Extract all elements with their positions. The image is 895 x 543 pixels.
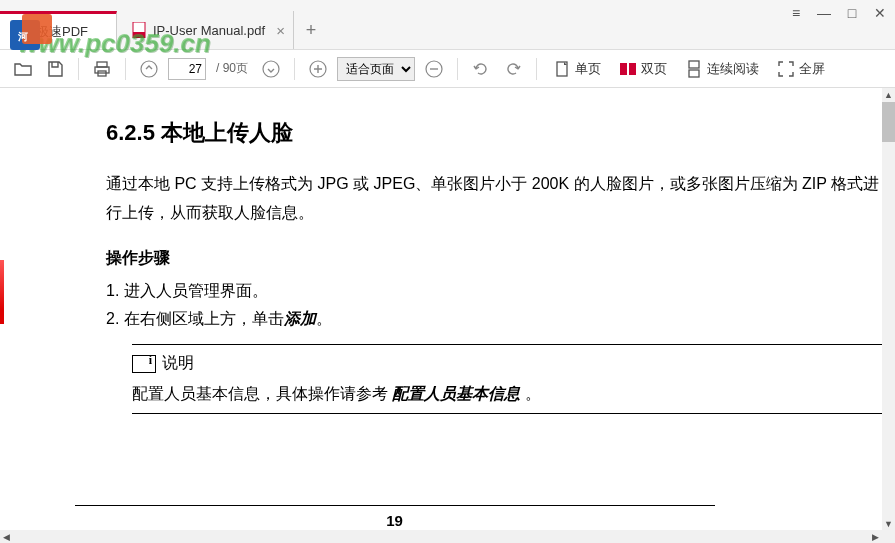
svg-rect-17 [689,61,699,68]
section-heading: 6.2.5 本地上传人脸 [106,118,895,148]
svg-point-10 [141,61,157,77]
app-tab[interactable]: P 极速PDF [0,11,117,49]
double-page-button[interactable]: 双页 [613,60,673,78]
single-page-icon [553,60,571,78]
zoom-out-button[interactable] [421,56,447,82]
paragraph-text: 通过本地 PC 支持上传格式为 JPG 或 JPEG、单张图片小于 200K 的… [106,170,895,228]
document-viewport: 6.2.5 本地上传人脸 通过本地 PC 支持上传格式为 JPG 或 JPEG、… [0,88,895,530]
file-tab-label: IP-User Manual.pdf [153,23,265,38]
note-label: 说明 [162,353,194,374]
svg-rect-15 [620,63,627,75]
app-icon: P [14,24,30,40]
page-footer: 19 [0,505,895,530]
new-tab-button[interactable]: + [294,11,328,49]
continuous-icon [685,60,703,78]
scroll-right-icon[interactable]: ▶ [869,530,882,543]
print-button[interactable] [89,56,115,82]
file-tab[interactable]: IP-User Manual.pdf × [117,11,294,49]
note-icon [132,355,156,373]
note-text: 配置人员基本信息，具体操作请参考 配置人员基本信息 。 [132,384,895,405]
redo-button[interactable] [500,56,526,82]
menu-icon[interactable]: ≡ [789,6,803,20]
app-tab-label: 极速PDF [36,23,88,41]
single-page-button[interactable]: 单页 [547,60,607,78]
side-marker-handle[interactable] [0,310,4,324]
svg-point-11 [263,61,279,77]
scrollbar-thumb[interactable] [882,102,895,142]
svg-rect-7 [97,62,107,67]
svg-text:P: P [17,28,22,37]
open-file-button[interactable] [10,56,36,82]
prev-page-button[interactable] [136,56,162,82]
horizontal-scrollbar[interactable]: ◀ ▶ [0,530,882,543]
next-page-button[interactable] [258,56,284,82]
scroll-up-icon[interactable]: ▲ [882,88,895,101]
svg-rect-8 [95,67,109,73]
toolbar: / 90页 适合页面 单页 双页 连续阅读 全屏 [0,50,895,88]
step-item: 2. 在右侧区域上方，单击添加。 [106,305,895,334]
minimize-icon[interactable]: — [817,6,831,20]
tab-close-icon[interactable]: × [276,22,285,39]
close-icon[interactable]: ✕ [873,6,887,20]
page-number-input[interactable] [168,58,206,80]
svg-rect-18 [689,70,699,77]
page-total-label: / 90页 [216,60,248,77]
save-button[interactable] [42,56,68,82]
maximize-icon[interactable]: □ [845,6,859,20]
note-box: 说明 配置人员基本信息，具体操作请参考 配置人员基本信息 。 [132,344,895,414]
vertical-scrollbar[interactable]: ▲ ▼ [882,88,895,543]
fullscreen-button[interactable]: 全屏 [771,60,831,78]
steps-title: 操作步骤 [106,248,895,269]
zoom-select[interactable]: 适合页面 [337,57,415,81]
svg-rect-16 [629,63,636,75]
scroll-down-icon[interactable]: ▼ [882,517,895,530]
fullscreen-icon [777,60,795,78]
zoom-in-button[interactable] [305,56,331,82]
pdf-page: 6.2.5 本地上传人脸 通过本地 PC 支持上传格式为 JPG 或 JPEG、… [0,88,895,530]
continuous-read-button[interactable]: 连续阅读 [679,60,765,78]
step-item: 1. 进入人员管理界面。 [106,277,895,306]
double-page-icon [619,60,637,78]
scroll-left-icon[interactable]: ◀ [0,530,13,543]
title-bar: ≡ — □ ✕ P 极速PDF IP-User Manual.pdf × + [0,0,895,50]
pdf-file-icon [131,22,147,38]
side-marker [0,260,4,310]
undo-button[interactable] [468,56,494,82]
svg-rect-6 [133,32,145,38]
